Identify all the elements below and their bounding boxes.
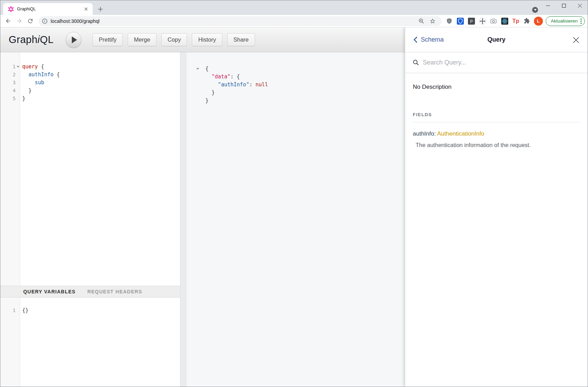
code-line: 1{} (0, 307, 180, 315)
doc-search-box[interactable] (405, 52, 588, 73)
menu-dots-icon[interactable] (580, 18, 582, 24)
code-line: 4 } (0, 87, 180, 95)
line-number: 2 (0, 71, 20, 79)
code-token: null (256, 81, 268, 88)
page-info-icon[interactable] (42, 18, 48, 24)
history-button[interactable]: History (192, 33, 222, 46)
query-editor[interactable]: 1query {2 authInfo {3 sub4 }5} (0, 52, 180, 286)
code-token (22, 79, 35, 86)
code-token (205, 74, 212, 80)
browser-update-button[interactable]: Aktualisieren (546, 16, 585, 26)
doc-field-authinfo: authInfo: AuthenticationInfo (413, 130, 580, 137)
code-token: } (28, 87, 32, 94)
field-separator: : (434, 130, 437, 137)
zoom-icon[interactable] (417, 16, 426, 26)
close-window-button[interactable] (572, 0, 588, 11)
code-line: 5} (0, 95, 180, 103)
tab-title: GraphiQL (17, 7, 83, 11)
code-text[interactable]: } (203, 89, 215, 97)
code-text[interactable]: } (20, 95, 25, 103)
code-token: {} (22, 307, 28, 313)
code-token: authInfo (28, 71, 53, 78)
chevron-left-icon (414, 36, 418, 43)
bookmark-star-icon[interactable] (428, 16, 437, 26)
code-token (252, 81, 255, 88)
code-text[interactable]: { (203, 65, 208, 73)
code-text[interactable]: authInfo { (20, 71, 60, 79)
minimize-button[interactable] (540, 0, 556, 11)
url-text[interactable]: localhost:3000/graphql (51, 18, 416, 24)
code-token: { (237, 74, 240, 80)
pane-resize-divider[interactable] (180, 52, 187, 387)
code-text[interactable]: query { (20, 63, 44, 71)
code-token (22, 71, 28, 78)
type-description: No Description (413, 84, 580, 91)
code-text[interactable]: } (203, 97, 208, 105)
ublock-extension-icon[interactable] (444, 16, 454, 26)
documentation-explorer: Schema Query No Description FIELDS authI… (405, 27, 588, 387)
doc-explorer-header: Schema Query (405, 27, 588, 52)
maximize-button[interactable] (556, 0, 572, 11)
address-bar[interactable]: localhost:3000/graphql (39, 16, 442, 26)
tampermonkey-tp-extension-icon[interactable]: Tp (511, 16, 521, 26)
code-token (205, 81, 218, 88)
line-number: 1 (0, 307, 20, 315)
doc-close-button[interactable] (572, 36, 580, 44)
code-token (233, 74, 237, 80)
code-text[interactable]: } (20, 87, 32, 95)
browser-toolbar: localhost:3000/graphql P Tp (0, 15, 588, 27)
share-button[interactable]: Share (227, 33, 255, 46)
profile-avatar[interactable]: L (534, 17, 543, 26)
tab-graphiql[interactable]: GraphiQL (3, 3, 93, 15)
play-icon (72, 36, 77, 43)
tab-query-variables[interactable]: QUERY VARIABLES (23, 289, 76, 294)
field-name-link[interactable]: authInfo (413, 130, 434, 137)
doc-content: No Description FIELDS authInfo: Authenti… (405, 73, 588, 159)
fold-arrow-icon[interactable] (196, 68, 199, 70)
field-type-link[interactable]: AuthenticationInfo (437, 130, 484, 137)
query-editor-pane[interactable]: 1query {2 authInfo {3 sub4 }5} QUERY VAR… (0, 52, 180, 387)
bitwarden-extension-icon[interactable] (455, 16, 465, 26)
code-text[interactable]: "data": { (203, 73, 240, 81)
execute-query-button[interactable] (66, 32, 82, 48)
tab-request-headers[interactable]: REQUEST HEADERS (87, 289, 142, 294)
camera-extension-icon[interactable] (489, 16, 498, 26)
doc-back-link[interactable]: Schema (414, 36, 444, 43)
code-token: { (205, 66, 208, 72)
query-code: 1query {2 authInfo {3 sub4 }5} (0, 52, 180, 103)
prettify-button[interactable]: Prettify (93, 33, 123, 46)
update-button-label: Aktualisieren (551, 18, 578, 24)
new-tab-button[interactable] (95, 4, 105, 14)
graphiql-logo: GraphiQL (9, 34, 54, 45)
code-line: 1query { (0, 63, 180, 71)
code-token: "data" (212, 74, 230, 80)
reload-icon[interactable] (25, 16, 36, 27)
p-extension-icon[interactable]: P (467, 16, 476, 26)
browser-window: GraphiQL (0, 0, 588, 387)
line-number: 1 (0, 63, 20, 71)
code-text[interactable]: "authInfo": null (203, 81, 268, 89)
line-number: 4 (0, 87, 20, 95)
code-text[interactable]: sub (20, 79, 44, 87)
tab-search-button[interactable] (532, 7, 538, 13)
fold-arrow-icon[interactable] (17, 66, 19, 68)
doc-search-input[interactable] (423, 59, 580, 66)
back-icon[interactable] (2, 16, 14, 27)
query-variables-editor[interactable]: 1{} (0, 298, 180, 387)
code-token: } (205, 97, 208, 104)
merge-button[interactable]: Merge (128, 33, 156, 46)
extensions-puzzle-icon[interactable] (522, 16, 532, 26)
forward-icon[interactable] (14, 16, 25, 27)
tab-close-icon[interactable] (83, 6, 89, 12)
move-tool-extension-icon[interactable] (478, 16, 487, 26)
code-token (53, 71, 57, 78)
field-description: The authentication information of the re… (413, 142, 580, 148)
toolbar-buttons: Prettify Merge Copy History Share (93, 33, 255, 46)
svg-text:P: P (470, 19, 473, 24)
copy-button[interactable]: Copy (161, 33, 187, 46)
react-devtools-extension-icon[interactable] (500, 16, 510, 26)
code-token (22, 87, 28, 94)
code-text[interactable]: {} (20, 307, 28, 315)
code-token (205, 89, 212, 96)
search-icon (413, 59, 419, 66)
